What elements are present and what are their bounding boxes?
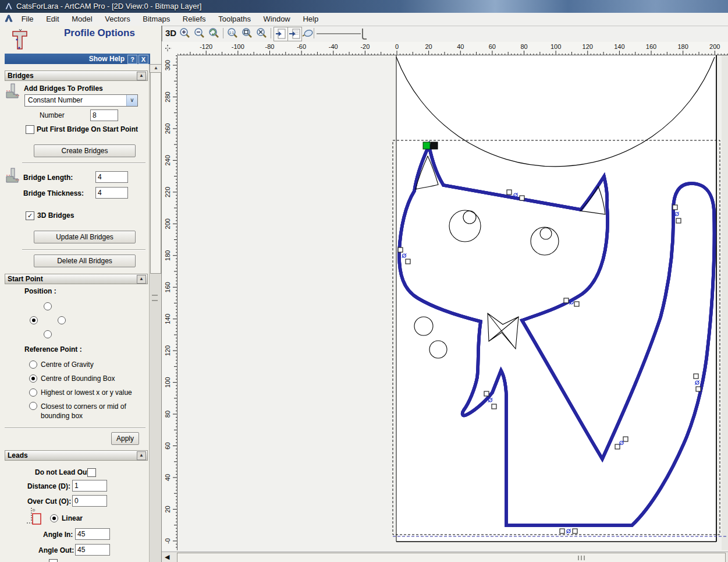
menu-file[interactable]: File — [16, 13, 39, 26]
bridge-handle[interactable] — [673, 205, 677, 210]
reference-bounding-box-label: Centre of Bounding Box — [41, 374, 115, 383]
bridges-3d-checkbox[interactable]: ✓ — [26, 211, 34, 220]
bridge-handle[interactable] — [492, 404, 496, 409]
bridge-marker[interactable] — [560, 529, 577, 533]
delete-all-bridges-button[interactable]: Delete All Bridges — [34, 255, 136, 267]
svg-text:280: 280 — [164, 91, 171, 102]
drawing-area[interactable] — [177, 55, 728, 550]
collapse-leads-icon[interactable]: ▲ — [137, 451, 146, 460]
panel-splitter-grip[interactable] — [152, 295, 158, 301]
bridge-handle[interactable] — [694, 374, 698, 379]
reference-highest-lowest-radio[interactable] — [29, 388, 37, 397]
close-panel-button[interactable]: X — [139, 55, 148, 64]
zoom-in-icon[interactable] — [178, 27, 191, 40]
over-cut-input[interactable] — [72, 495, 107, 507]
menu-window[interactable]: Window — [258, 13, 296, 26]
menu-toolpaths[interactable]: Toolpaths — [213, 13, 256, 26]
start-point-handle[interactable] — [423, 142, 430, 149]
bridge-length-input[interactable] — [95, 171, 128, 183]
position-top-radio[interactable] — [44, 302, 52, 310]
panel-scrollbar-thumb[interactable] — [150, 72, 161, 274]
do-not-lead-out-checkbox[interactable] — [87, 468, 96, 477]
page-arrow-left-icon[interactable] — [274, 27, 288, 41]
reference-bounding-box-radio[interactable] — [29, 374, 37, 383]
bridge-handle[interactable] — [573, 529, 577, 533]
zoom-previous-icon[interactable] — [207, 27, 221, 40]
zoom-out-icon[interactable] — [193, 27, 206, 40]
zoom-1to1-icon[interactable]: 1:1 — [226, 27, 239, 40]
horizontal-scrollbar[interactable]: ◀ — [162, 552, 728, 562]
bridge-size-icon — [4, 167, 23, 187]
detail-slider-handle[interactable] — [362, 29, 367, 40]
linear-radio[interactable] — [50, 514, 58, 522]
reference-gravity-radio[interactable] — [29, 360, 37, 369]
bridge-handle[interactable] — [560, 529, 564, 533]
svg-text:260: 260 — [164, 123, 171, 134]
leads-section-header[interactable]: Leads ▲ — [5, 450, 148, 461]
chevron-down-icon[interactable]: ∨ — [126, 95, 137, 106]
bridges-section-header[interactable]: Bridges ▲ — [5, 70, 148, 81]
create-bridges-button[interactable]: Create Bridges — [34, 144, 136, 157]
scrollbar-grip — [578, 556, 585, 560]
bridge-mode-value: Constant Number — [28, 96, 83, 104]
collapse-start-point-icon[interactable]: ▲ — [137, 275, 146, 284]
model-page — [396, 55, 716, 542]
menu-model[interactable]: Model — [66, 13, 97, 26]
update-all-bridges-button[interactable]: Update All Bridges — [34, 231, 136, 243]
bridge-handle[interactable] — [676, 218, 681, 223]
distance-input[interactable] — [72, 480, 107, 492]
horizontal-scrollbar-thumb[interactable] — [177, 553, 726, 562]
linear-label: Linear — [62, 514, 83, 522]
toolbar-separator — [271, 28, 271, 38]
bridge-handle[interactable] — [398, 248, 403, 252]
bridge-thickness-input[interactable] — [95, 187, 128, 199]
panel-scrollbar[interactable]: ▲ — [149, 64, 161, 562]
2d-view-canvas: -120-100-80-60-40-2002040608010012014016… — [162, 41, 728, 562]
bridge-handle[interactable] — [484, 391, 489, 396]
svg-text:180: 180 — [677, 43, 688, 50]
page-arrow-right-icon[interactable] — [287, 27, 302, 41]
application-window: CatsForLara - ArtCAM Pro - [2D View:0 - … — [0, 0, 728, 562]
node-handle[interactable] — [431, 142, 438, 149]
bridge-handle[interactable] — [507, 190, 512, 195]
svg-text:0: 0 — [395, 43, 399, 50]
svg-text:-20: -20 — [360, 43, 370, 50]
bridge-mode-dropdown[interactable]: Constant Number ∨ — [24, 94, 138, 107]
menu-help[interactable]: Help — [297, 13, 324, 26]
svg-text:220: 220 — [164, 187, 171, 197]
zoom-to-fit-icon[interactable] — [255, 27, 268, 40]
bridge-handle[interactable] — [574, 302, 579, 306]
scroll-left-icon[interactable]: ◀ — [165, 553, 169, 561]
start-point-section-header[interactable]: Start Point ▲ — [5, 274, 148, 284]
scroll-up-icon[interactable]: ▲ — [150, 64, 162, 73]
number-input[interactable] — [90, 109, 118, 121]
zoom-to-box-icon[interactable] — [240, 27, 254, 40]
collapse-bridges-icon[interactable]: ▲ — [137, 72, 146, 80]
add-bridges-label: Add Bridges To Profiles — [24, 84, 103, 93]
angle-out-input[interactable] — [75, 544, 110, 556]
cut-off-checkbox[interactable] — [49, 559, 58, 562]
apply-button[interactable]: Apply — [111, 432, 139, 445]
bridge-handle[interactable] — [564, 298, 569, 303]
reference-gravity-label: Centre of Gravity — [41, 360, 94, 369]
detail-slider[interactable] — [317, 33, 361, 35]
help-button[interactable]: ? — [127, 55, 137, 64]
switch-3d-view-button[interactable]: 3D — [165, 28, 176, 38]
ruler-origin-button[interactable] — [162, 42, 178, 56]
svg-text:140: 140 — [614, 43, 624, 50]
toolbar-separator — [223, 28, 223, 38]
bridge-handle[interactable] — [696, 387, 701, 391]
menu-edit[interactable]: Edit — [41, 13, 64, 26]
angle-in-input[interactable] — [75, 528, 110, 540]
show-help-link[interactable]: Show Help — [89, 55, 125, 63]
menu-reliefs[interactable]: Reliefs — [177, 13, 211, 26]
menu-vectors[interactable]: Vectors — [100, 13, 135, 26]
bridge-handle[interactable] — [520, 196, 524, 200]
position-left-radio[interactable] — [30, 316, 38, 324]
position-right-radio[interactable] — [58, 316, 66, 324]
bridge-handle[interactable] — [406, 259, 410, 264]
first-bridge-checkbox[interactable] — [26, 125, 34, 134]
menu-bitmaps[interactable]: Bitmaps — [137, 13, 175, 26]
position-bottom-radio[interactable] — [44, 330, 52, 338]
svg-text:20: 20 — [425, 43, 432, 50]
